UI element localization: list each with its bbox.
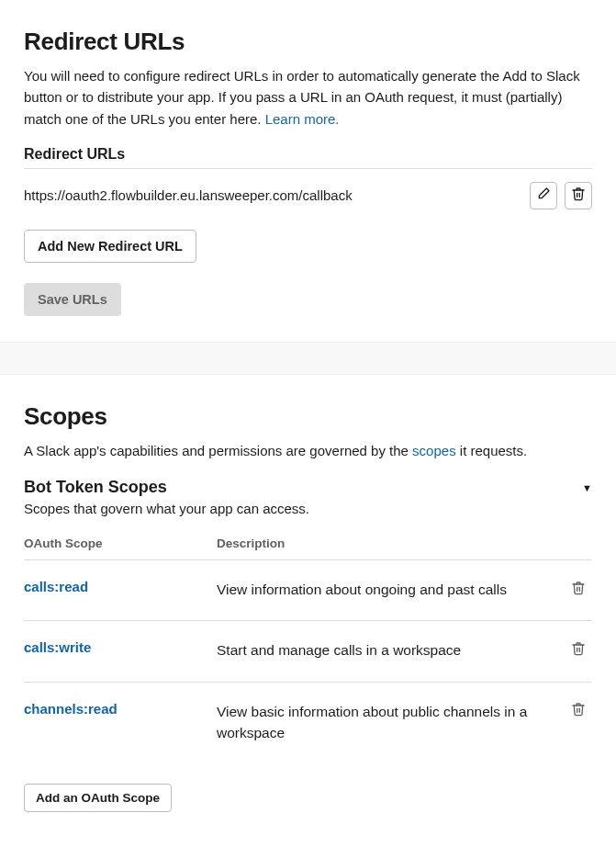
scope-name-link[interactable]: calls:read [24, 579, 217, 594]
delete-scope-button[interactable] [570, 581, 587, 597]
redirect-url-value: https://oauth2.flowbuilder.eu.lansweeper… [24, 187, 522, 203]
scope-description: Start and manage calls in a workspace [217, 639, 565, 661]
scopes-description: A Slack app's capabilities and permissio… [24, 440, 592, 461]
delete-scope-button[interactable] [570, 641, 587, 658]
trash-icon [571, 641, 586, 659]
add-oauth-scope-button[interactable]: Add an OAuth Scope [24, 784, 172, 812]
edit-url-button[interactable] [530, 182, 557, 209]
scope-name-link[interactable]: channels:read [24, 701, 217, 717]
col-header-action [565, 536, 592, 550]
add-scope-row: Add an OAuth Scope [24, 784, 592, 812]
delete-scope-button[interactable] [570, 703, 587, 719]
bot-token-scopes-sub: Scopes that govern what your app can acc… [24, 501, 592, 516]
scope-action-cell [565, 579, 592, 597]
scope-action-cell [565, 701, 592, 719]
col-header-desc: Description [217, 536, 565, 550]
redirect-urls-description: You will need to configure redirect URLs… [24, 65, 592, 130]
delete-url-button[interactable] [565, 182, 592, 209]
trash-icon [571, 581, 586, 598]
scope-row: channels:read View basic information abo… [24, 682, 592, 764]
scope-row: calls:write Start and manage calls in a … [24, 620, 592, 681]
bot-token-scopes-heading: Bot Token Scopes [24, 478, 167, 497]
scope-description: View information about ongoing and past … [217, 579, 565, 600]
scope-name-link[interactable]: calls:write [24, 639, 217, 655]
scopes-link[interactable]: scopes [412, 443, 456, 458]
trash-icon [571, 186, 586, 204]
redirect-urls-title: Redirect URLs [24, 28, 592, 56]
add-redirect-url-button[interactable]: Add New Redirect URL [24, 230, 196, 263]
scope-description: View basic information about public chan… [217, 701, 565, 744]
redirect-urls-section: Redirect URLs You will need to configure… [0, 0, 616, 342]
col-header-scope: OAuth Scope [24, 536, 217, 550]
save-urls-row: Save URLs [24, 283, 592, 316]
pencil-icon [536, 186, 551, 204]
save-urls-button[interactable]: Save URLs [24, 283, 121, 316]
add-url-row: Add New Redirect URL [24, 230, 592, 263]
scope-column-headers: OAuth Scope Description [24, 536, 592, 559]
scopes-section: Scopes A Slack app's capabilities and pe… [0, 375, 616, 838]
redirect-url-row: https://oauth2.flowbuilder.eu.lansweeper… [24, 169, 592, 226]
scope-action-cell [565, 639, 592, 658]
learn-more-link[interactable]: Learn more. [265, 111, 340, 127]
scope-row: calls:read View information about ongoin… [24, 559, 592, 620]
scopes-title: Scopes [24, 402, 592, 431]
redirect-urls-list-heading: Redirect URLs [24, 146, 592, 163]
section-gap [0, 342, 616, 375]
scopes-desc-post: it requests. [456, 443, 528, 458]
scopes-desc-pre: A Slack app's capabilities and permissio… [24, 443, 412, 458]
caret-down-icon: ▼ [582, 482, 592, 493]
bot-token-scopes-header[interactable]: Bot Token Scopes ▼ [24, 478, 592, 497]
trash-icon [571, 702, 586, 719]
